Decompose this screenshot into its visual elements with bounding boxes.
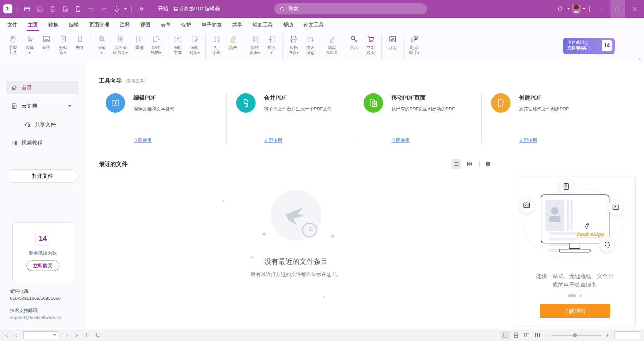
rotate-left-button[interactable]: [83, 331, 92, 340]
ribbon-rotate-pages-tool[interactable]: 旋转 页面▾: [247, 34, 263, 56]
shopping-cart-icon: [366, 35, 375, 44]
continuous-view-button[interactable]: [511, 331, 521, 340]
zoom-level-input[interactable]: [614, 331, 639, 339]
search-input[interactable]: 搜索: [274, 3, 427, 14]
menu-edit[interactable]: 编辑: [68, 20, 79, 30]
ribbon-insert-tool[interactable]: 插入 ▾: [264, 34, 279, 56]
list-view-button[interactable]: [451, 159, 461, 169]
ribbon-select-tool[interactable]: 选择 ▾: [22, 34, 37, 56]
menu-convert[interactable]: 转换: [48, 20, 59, 30]
carousel-dot-active[interactable]: [568, 294, 576, 297]
zoom-slider[interactable]: [551, 333, 602, 338]
sidebar-item-cloud-docs[interactable]: 云文档: [6, 99, 78, 113]
ribbon-typewriter-tool[interactable]: 打 字机: [209, 34, 224, 56]
head-profile-icon: [603, 240, 611, 248]
customize-quick-access-icon[interactable]: [137, 4, 147, 14]
zoom-in-button[interactable]: +: [604, 332, 611, 338]
redo-icon[interactable]: [99, 4, 109, 14]
ribbon-zoom-tool[interactable]: 缩放 ▾: [94, 34, 109, 56]
print-icon[interactable]: [48, 4, 58, 14]
sidebar-item-home[interactable]: 首页: [6, 81, 78, 94]
menu-esign[interactable]: 电子签章: [201, 20, 222, 30]
close-button[interactable]: [627, 0, 642, 18]
prev-page-button[interactable]: ‹: [11, 332, 21, 339]
zoom-slider-thumb[interactable]: [573, 333, 577, 337]
menu-protect[interactable]: 保护: [180, 20, 192, 30]
menu-file[interactable]: 文件: [7, 20, 18, 30]
ribbon-edit-text-tool[interactable]: 编辑 文本: [170, 34, 185, 56]
ribbon-activate-tool[interactable]: 激活: [346, 34, 362, 51]
ribbon-bookmark-tool[interactable]: 书签: [72, 34, 88, 51]
use-now-link[interactable]: 立即使用: [519, 137, 537, 144]
sidebar-item-shared-files[interactable]: 共享文件: [6, 118, 78, 131]
support-email-link[interactable]: support@foxitsoftware.cn: [10, 314, 61, 321]
menu-view[interactable]: 视图: [140, 20, 151, 30]
ribbon-subscribe-tool[interactable]: 订阅: [385, 34, 400, 51]
touch-mode-icon[interactable]: [111, 4, 121, 14]
card-desc: 从已有的PDF页面创建新的PDF: [391, 106, 481, 112]
next-page-button[interactable]: ›: [62, 332, 72, 339]
ribbon-reflow-tool[interactable]: 重排: [131, 34, 147, 51]
card-merge-pdf[interactable]: 合并PDF 将多个文件合并生成一个PDF文件 立即使用: [226, 93, 354, 144]
user-avatar[interactable]: [572, 5, 581, 13]
single-page-view-button[interactable]: [500, 331, 510, 340]
undo-icon[interactable]: [86, 4, 96, 14]
ribbon-scanner-tool[interactable]: 从扫 描仪▾: [286, 34, 301, 56]
ribbon-edit-object-tool[interactable]: 编辑 对象▾: [187, 34, 202, 56]
ribbon-ocr-tool[interactable]: OCR 快速 识别: [303, 34, 318, 56]
restore-button[interactable]: [610, 0, 625, 18]
new-page-icon[interactable]: [73, 4, 83, 14]
save-icon[interactable]: [35, 4, 45, 14]
extract-page-icon[interactable]: [60, 4, 70, 14]
open-file-icon[interactable]: [22, 4, 32, 14]
use-now-link[interactable]: 立即使用: [133, 137, 152, 144]
first-page-button[interactable]: «: [2, 332, 11, 339]
minimize-button[interactable]: [594, 0, 608, 18]
card-create-pdf[interactable]: 创建PDF 从其它格式文件创建PDF 立即使用: [481, 93, 609, 144]
carousel-dot[interactable]: [579, 294, 582, 297]
last-page-button[interactable]: »: [72, 332, 81, 339]
collapse-ribbon-icon[interactable]: ▲: [638, 57, 641, 60]
content-area: 首页 云文档 共享文件 视频教程 打开文件 14 剩余试用天数 立即购买: [0, 62, 644, 329]
ribbon-fit-options-tool[interactable]: 页面适 应选项▾: [111, 34, 130, 56]
menu-page-management[interactable]: 页面管理: [89, 20, 110, 30]
sidebar-item-video-tutorials[interactable]: 视频教程: [6, 136, 78, 150]
facing-view-button[interactable]: [522, 331, 531, 340]
book-view-button[interactable]: [533, 331, 542, 340]
card-move-pdf-pages[interactable]: 移动PDF页面 从已有的PDF页面创建新的PDF 立即使用: [354, 93, 481, 144]
clear-recent-button[interactable]: [483, 159, 493, 169]
ribbon-hand-tool[interactable]: 手型 工具: [5, 34, 20, 56]
caret-down-icon[interactable]: [124, 8, 127, 10]
use-now-link[interactable]: 立即使用: [391, 137, 410, 144]
ribbon-translate-tool[interactable]: A 翻译 助手▾: [407, 34, 422, 56]
card-edit-pdf[interactable]: 编辑PDF 编辑文档和文本格式 立即使用: [99, 93, 226, 144]
ribbon-snapshot-tool[interactable]: 截图: [39, 34, 54, 51]
rotate-right-button[interactable]: [93, 331, 103, 340]
caret-down-icon[interactable]: [567, 8, 570, 10]
ribbon-highlight-tool[interactable]: 高亮: [225, 34, 241, 51]
menu-form[interactable]: 表单: [160, 20, 171, 30]
ribbon-rotate-view-tool[interactable]: 旋转 视图▾: [148, 34, 164, 56]
menu-home[interactable]: 主页: [27, 20, 39, 30]
menu-comment[interactable]: 注释: [119, 20, 130, 30]
page-number-combobox[interactable]: [23, 331, 58, 339]
menu-share[interactable]: 共享: [231, 20, 243, 30]
notifications-bell-icon[interactable]: [555, 4, 565, 14]
sidebar-item-label: 视频教程: [21, 139, 42, 147]
buy-now-button[interactable]: 立即购买: [26, 261, 59, 271]
caret-down-icon[interactable]: [583, 8, 585, 10]
grid-view-button[interactable]: [465, 159, 475, 169]
ribbon-buy-now-tool[interactable]: 立即 购买: [363, 34, 378, 56]
caret-down-icon[interactable]: [68, 105, 71, 107]
menu-help[interactable]: 帮助: [282, 20, 294, 30]
menu-paper-tools[interactable]: 论文工具: [303, 20, 324, 30]
learn-more-button[interactable]: 了解详情: [540, 304, 610, 318]
ribbon-clipboard-tool[interactable]: 剪贴 板▾: [55, 34, 71, 56]
zoom-out-button[interactable]: −: [542, 332, 549, 338]
use-now-link[interactable]: 立即使用: [264, 137, 282, 144]
edit-object-icon: [190, 35, 199, 44]
ribbon-fill-sign-tool[interactable]: 填写 &签名: [324, 34, 340, 56]
menu-accessibility[interactable]: 辅助工具: [252, 20, 273, 30]
open-file-button[interactable]: 打开文件: [6, 169, 79, 183]
trial-buy-banner[interactable]: 正在试用期 立即购买！ 14: [563, 38, 615, 53]
